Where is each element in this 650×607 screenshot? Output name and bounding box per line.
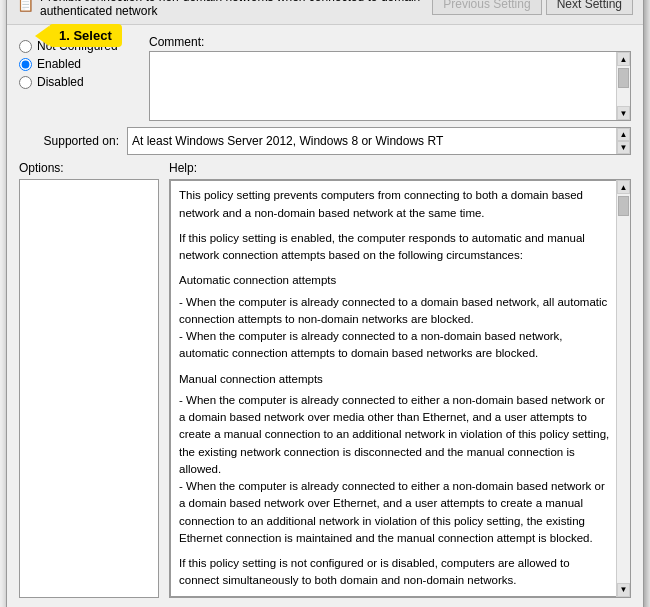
enabled-option[interactable]: Enabled [19,57,139,71]
nav-buttons: Previous Setting Next Setting [432,0,633,15]
next-setting-button[interactable]: Next Setting [546,0,633,15]
scroll-down[interactable]: ▼ [617,106,630,120]
disabled-option[interactable]: Disabled [19,75,139,89]
options-title: Options: [19,161,159,175]
help-scroll-thumb[interactable] [618,196,629,216]
help-title: Help: [169,161,631,175]
options-box [19,179,159,597]
header-bar: 📋 Prohibit connection to non-domain netw… [7,0,643,25]
enabled-label: Enabled [37,57,81,71]
help-p3: - When the computer is already connected… [179,294,613,363]
help-p5: If this policy setting is not configured… [179,555,613,590]
comment-scrollbar[interactable]: ▲ ▼ [616,52,630,120]
supported-row: Supported on: At least Windows Server 20… [19,127,631,155]
disabled-radio[interactable] [19,76,32,89]
previous-setting-button[interactable]: Previous Setting [432,0,541,15]
content-area: Not Configured Enabled Disabled Comment:… [7,25,643,607]
radio-comment-row: Not Configured Enabled Disabled Comment:… [19,35,631,121]
scroll-thumb[interactable] [618,68,629,88]
header-icon: 📋 [17,0,34,12]
comment-section: Comment: ▲ ▼ [149,35,631,121]
help-heading1: Automatic connection attempts [179,272,613,289]
scroll-down-2[interactable]: ▼ [617,141,630,154]
help-p2: If this policy setting is enabled, the c… [179,230,613,265]
help-p1: This policy setting prevents computers f… [179,187,613,222]
supported-label: Supported on: [19,134,119,148]
help-heading2: Manual connection attempts [179,371,613,388]
help-scroll-up[interactable]: ▲ [617,180,630,194]
scroll-up-2[interactable]: ▲ [617,128,630,141]
help-p4: - When the computer is already connected… [179,392,613,547]
comment-label: Comment: [149,35,631,49]
scroll-up[interactable]: ▲ [617,52,630,66]
help-content: This policy setting prevents computers f… [170,180,630,596]
help-scrollbar[interactable]: ▲ ▼ [616,180,630,596]
header-title-text: Prohibit connection to non-domain networ… [40,0,432,18]
help-scroll-down[interactable]: ▼ [617,583,630,597]
not-configured-label: Not Configured [37,39,118,53]
supported-value: At least Windows Server 2012, Windows 8 … [128,132,616,150]
enabled-radio[interactable] [19,58,32,71]
options-panel: Options: [19,161,159,597]
not-configured-radio[interactable] [19,40,32,53]
radio-group: Not Configured Enabled Disabled [19,35,139,89]
not-configured-option[interactable]: Not Configured [19,39,139,53]
comment-textarea[interactable] [150,52,616,120]
options-help-row: Options: Help: This policy setting preve… [19,161,631,597]
main-window: 🛡 Prohibit connection to non-domain netw… [6,0,644,607]
help-panel: Help: This policy setting prevents compu… [169,161,631,597]
disabled-label: Disabled [37,75,84,89]
supported-scrollbar[interactable]: ▲ ▼ [616,128,630,154]
